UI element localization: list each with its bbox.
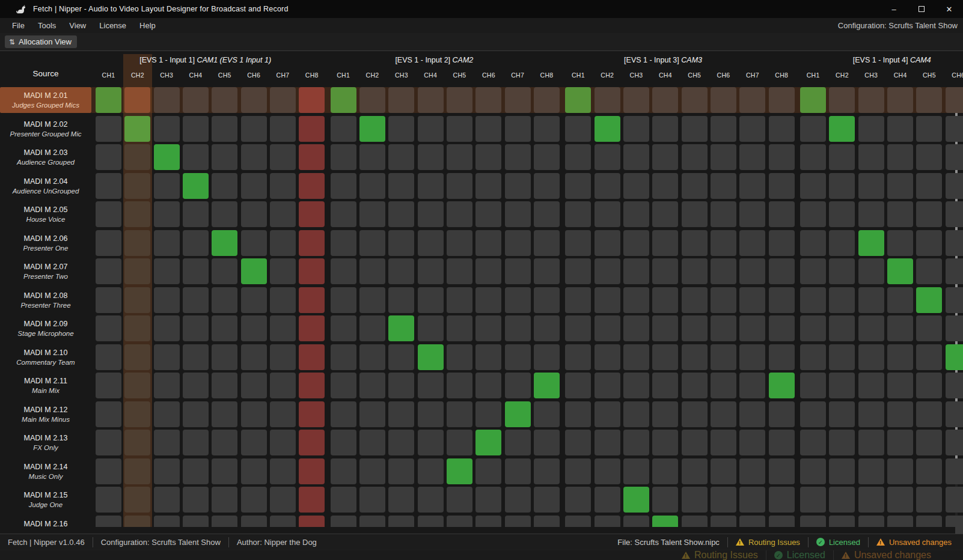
allocation-cell[interactable] [447, 87, 472, 113]
allocation-cell[interactable] [565, 430, 591, 455]
allocation-cell[interactable] [388, 230, 414, 256]
allocation-cell[interactable] [858, 430, 884, 455]
allocation-cell[interactable] [769, 201, 795, 227]
allocation-cell[interactable] [739, 87, 765, 113]
allocation-cell[interactable] [183, 315, 209, 341]
allocation-cell[interactable] [359, 315, 385, 341]
allocation-cell[interactable] [154, 173, 180, 199]
allocation-cell[interactable] [858, 373, 884, 398]
allocation-cell[interactable] [534, 230, 560, 256]
allocation-cell[interactable] [359, 344, 385, 370]
allocation-cell[interactable] [565, 401, 591, 427]
allocation-cell[interactable] [829, 144, 855, 170]
allocation-cell[interactable] [241, 173, 267, 199]
allocation-cell[interactable] [711, 401, 736, 427]
allocation-cell[interactable] [331, 144, 356, 170]
allocation-cell[interactable] [534, 487, 560, 513]
allocation-cell[interactable] [505, 144, 531, 170]
allocation-cell[interactable] [359, 258, 385, 284]
allocation-cell[interactable] [623, 287, 649, 313]
allocation-cell[interactable] [739, 373, 765, 398]
allocation-cell[interactable] [711, 87, 736, 113]
allocation-cell[interactable] [739, 144, 765, 170]
allocation-cell[interactable] [270, 144, 296, 170]
allocation-cell[interactable] [154, 401, 180, 427]
allocation-cell[interactable] [447, 287, 472, 313]
allocation-cell[interactable] [887, 315, 913, 341]
allocation-cell[interactable] [682, 258, 708, 284]
allocation-cell[interactable] [418, 230, 444, 256]
allocation-cell[interactable] [270, 344, 296, 370]
allocation-cell[interactable] [711, 116, 736, 142]
allocation-cell[interactable] [241, 401, 267, 427]
allocation-cell[interactable] [739, 173, 765, 199]
allocation-cell[interactable] [946, 87, 963, 113]
allocation-cell[interactable] [858, 258, 884, 284]
allocation-cell[interactable] [447, 344, 472, 370]
allocation-cell[interactable] [565, 487, 591, 513]
allocation-cell[interactable] [652, 430, 678, 455]
menu-item-license[interactable]: License [93, 21, 133, 30]
allocation-cell[interactable] [418, 373, 444, 398]
allocation-cell[interactable] [946, 430, 963, 455]
allocation-cell[interactable] [800, 87, 826, 113]
allocation-cell[interactable] [154, 344, 180, 370]
allocation-cell[interactable] [124, 487, 150, 513]
allocation-cell[interactable] [623, 315, 649, 341]
allocation-cell[interactable] [124, 373, 150, 398]
allocation-cell[interactable] [769, 144, 795, 170]
allocation-cell[interactable] [270, 401, 296, 427]
source-row-label[interactable]: MADI M 2.07Presenter Two [0, 258, 91, 284]
allocation-cell[interactable] [887, 201, 913, 227]
allocation-cell[interactable] [652, 344, 678, 370]
allocation-cell[interactable] [418, 258, 444, 284]
allocation-cell[interactable] [154, 430, 180, 455]
allocation-cell[interactable] [829, 258, 855, 284]
allocation-cell[interactable] [388, 287, 414, 313]
allocation-cell[interactable] [711, 373, 736, 398]
allocation-cell[interactable] [241, 144, 267, 170]
allocation-cell[interactable] [652, 487, 678, 513]
allocation-cell[interactable] [739, 344, 765, 370]
allocation-cell[interactable] [858, 230, 884, 256]
allocation-cell[interactable] [711, 344, 736, 370]
allocation-cell[interactable] [887, 344, 913, 370]
allocation-cell[interactable] [711, 287, 736, 313]
allocation-cell[interactable] [124, 430, 150, 455]
allocation-cell[interactable] [447, 458, 472, 484]
allocation-cell[interactable] [595, 258, 620, 284]
allocation-cell[interactable] [858, 487, 884, 513]
allocation-cell[interactable] [388, 201, 414, 227]
allocation-cell[interactable] [769, 401, 795, 427]
allocation-cell[interactable] [447, 401, 472, 427]
allocation-cell[interactable] [739, 258, 765, 284]
allocation-cell[interactable] [739, 458, 765, 484]
allocation-cell[interactable] [769, 458, 795, 484]
allocation-cell[interactable] [534, 430, 560, 455]
source-row-label[interactable]: MADI M 2.10Commentary Team [0, 344, 91, 370]
source-row-label[interactable]: MADI M 2.06Presenter One [0, 230, 91, 256]
allocation-cell[interactable] [829, 373, 855, 398]
allocation-cell[interactable] [418, 344, 444, 370]
allocation-cell[interactable] [212, 230, 237, 256]
allocation-cell[interactable] [595, 287, 620, 313]
allocation-cell[interactable] [946, 344, 963, 370]
allocation-cell[interactable] [154, 458, 180, 484]
allocation-cell[interactable] [212, 373, 237, 398]
allocation-cell[interactable] [388, 87, 414, 113]
allocation-cell[interactable] [623, 373, 649, 398]
allocation-cell[interactable] [916, 230, 942, 256]
allocation-cell[interactable] [505, 230, 531, 256]
allocation-cell[interactable] [212, 173, 237, 199]
allocation-cell[interactable] [96, 201, 121, 227]
allocation-cell[interactable] [829, 458, 855, 484]
source-row-label[interactable]: MADI M 2.15Judge One [0, 487, 91, 513]
allocation-cell[interactable] [475, 315, 501, 341]
allocation-cell[interactable] [916, 373, 942, 398]
allocation-cell[interactable] [505, 201, 531, 227]
allocation-cell[interactable] [299, 287, 325, 313]
allocation-cell[interactable] [800, 287, 826, 313]
allocation-cell[interactable] [183, 487, 209, 513]
allocation-cell[interactable] [829, 401, 855, 427]
allocation-cell[interactable] [829, 344, 855, 370]
